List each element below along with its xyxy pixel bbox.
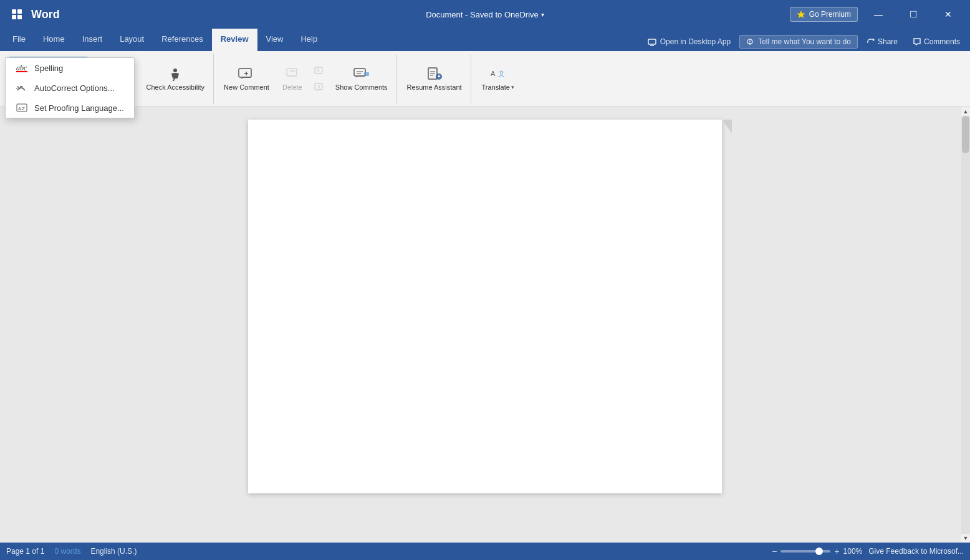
proofing-language-icon: A Z (16, 103, 28, 113)
minimize-button[interactable]: — (864, 0, 893, 29)
svg-rect-0 (12, 9, 16, 14)
scrollbar-track[interactable] (961, 116, 970, 534)
app-name: Word (31, 8, 60, 21)
maximize-button[interactable]: ☐ (899, 0, 928, 29)
svg-rect-1 (17, 9, 22, 14)
status-bar-right: − + 100% Give Feedback to Microsof... (772, 546, 964, 556)
set-proofing-language-item[interactable]: A Z Set Proofing Language... (6, 98, 134, 118)
tab-review[interactable]: Review (212, 29, 257, 51)
show-comments-button[interactable]: Show Comments (330, 57, 393, 102)
tab-home[interactable]: Home (34, 29, 74, 51)
svg-rect-17 (239, 69, 251, 77)
translate-icon: A 文 (489, 67, 507, 81)
app-grid-icon[interactable] (7, 5, 26, 24)
feedback-link[interactable]: Give Feedback to Microsof... (868, 547, 964, 556)
svg-rect-2 (12, 15, 16, 19)
delete-button: Delete (277, 57, 308, 102)
document-container (0, 107, 970, 543)
zoom-slider-thumb[interactable] (815, 548, 823, 555)
main-area: ▲ ▼ (0, 107, 970, 543)
share-button[interactable]: Share (860, 35, 904, 49)
svg-rect-20 (287, 69, 297, 76)
svg-rect-23 (315, 83, 322, 90)
title-bar-right: Go Premium — ☐ ✕ (790, 0, 963, 29)
comments-button[interactable]: Comments (906, 35, 966, 49)
page-corner (722, 120, 732, 133)
ribbon-tab-bar: File Home Insert Layout References Revie… (0, 29, 970, 51)
resume-icon (426, 67, 443, 81)
svg-rect-3 (17, 15, 22, 19)
svg-text:A: A (491, 70, 496, 77)
status-bar: Page 1 of 1 0 words English (U.S.) − + 1… (0, 543, 970, 560)
svg-point-16 (173, 69, 177, 72)
svg-rect-22 (315, 67, 322, 74)
svg-text:Z: Z (22, 106, 25, 112)
show-comments-icon (353, 67, 370, 81)
svg-point-9 (750, 43, 751, 44)
tab-file[interactable]: File (4, 29, 34, 51)
tab-references[interactable]: References (153, 29, 211, 51)
resume-group: Resume Assistant (398, 54, 471, 104)
accessibility-icon (166, 67, 184, 81)
doc-title-chevron[interactable]: ▾ (541, 11, 544, 18)
document-title: Document - Saved to OneDrive ▾ (426, 10, 544, 19)
open-desktop-button[interactable]: Open in Desktop App (641, 35, 737, 49)
scroll-down-arrow[interactable]: ▼ (961, 534, 970, 543)
word-count-status[interactable]: 0 words (54, 547, 80, 556)
scrollbar-thumb[interactable] (962, 116, 969, 153)
svg-text:abc: abc (16, 64, 27, 72)
language-status[interactable]: English (U.S.) (90, 547, 137, 556)
autocorrect-options-item[interactable]: AC AutoCorrect Options... (6, 78, 134, 98)
resume-assistant-button[interactable]: Resume Assistant (402, 57, 467, 102)
zoom-level[interactable]: 100% (843, 547, 863, 556)
svg-text:文: 文 (498, 70, 505, 77)
go-premium-button[interactable]: Go Premium (790, 7, 858, 22)
scroll-up-arrow[interactable]: ▲ (961, 107, 970, 116)
prev-comment-button (310, 64, 328, 78)
zoom-plus-button[interactable]: + (834, 546, 839, 556)
tab-view[interactable]: View (257, 29, 292, 51)
svg-rect-5 (648, 39, 656, 44)
tab-bar-right: Open in Desktop App Tell me what You wan… (641, 35, 966, 51)
new-comment-icon (238, 67, 255, 81)
page-info[interactable]: Page 1 of 1 (6, 547, 44, 556)
zoom-slider[interactable] (780, 550, 830, 553)
new-comment-button[interactable]: New Comment (219, 57, 274, 102)
vertical-scrollbar[interactable]: ▲ ▼ (961, 107, 970, 543)
svg-rect-24 (354, 69, 365, 76)
close-button[interactable]: ✕ (934, 0, 963, 29)
language-group: A 文 Translate ▾ (473, 54, 524, 104)
ribbon: abc Spelling & Grammar ▾ 123 (0, 51, 970, 107)
tab-help[interactable]: Help (292, 29, 326, 51)
translate-button[interactable]: A 文 Translate ▾ (476, 57, 520, 102)
svg-marker-4 (797, 11, 805, 18)
next-comment-button (310, 80, 328, 94)
tab-layout[interactable]: Layout (111, 29, 153, 51)
document-page (248, 120, 722, 493)
zoom-control: − + 100% (772, 546, 862, 556)
title-bar: Word Document - Saved to OneDrive ▾ Go P… (0, 0, 970, 29)
delete-icon (285, 67, 300, 81)
zoom-minus-button[interactable]: − (772, 546, 777, 556)
tab-insert[interactable]: Insert (74, 29, 112, 51)
spelling-only-icon: abc (16, 63, 28, 73)
autocorrect-icon: AC (16, 83, 28, 93)
spelling-only-item[interactable]: abc Spelling (6, 58, 134, 78)
translate-arrow: ▾ (511, 84, 514, 90)
svg-rect-27 (364, 72, 369, 76)
comments-group: New Comment Delete (215, 54, 397, 104)
spelling-dropdown-menu: abc Spelling AC AutoCorrect Options... A… (5, 57, 135, 118)
check-accessibility-button[interactable]: Check Accessibility (142, 57, 210, 102)
tell-me-input[interactable]: Tell me what You want to do (739, 35, 858, 49)
